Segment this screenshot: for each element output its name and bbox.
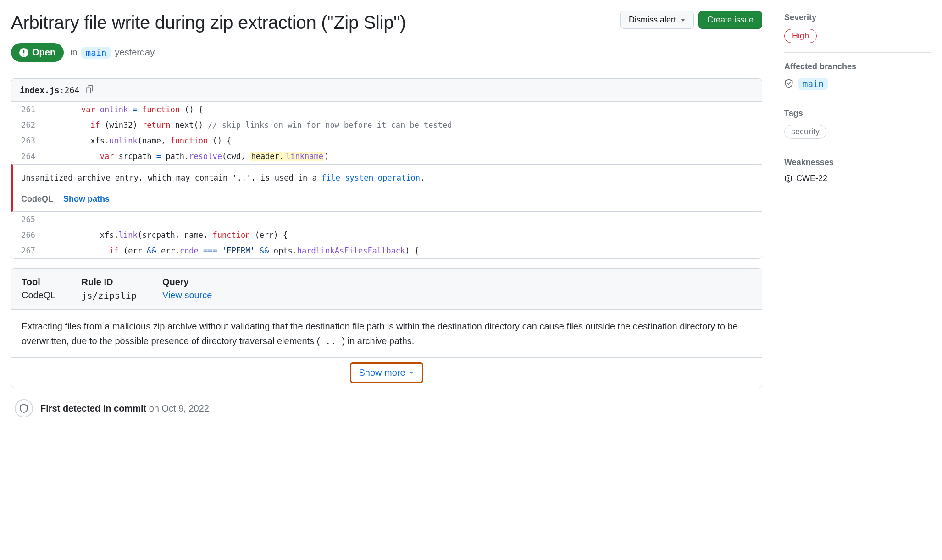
header-actions: Dismiss alert Create issue	[620, 11, 762, 29]
status-label: Open	[32, 47, 55, 58]
finding-tool: CodeQL	[21, 194, 53, 204]
finding-msg-post: .	[420, 173, 425, 182]
info-col-value: CodeQL	[22, 290, 56, 301]
info-col-value: js/zipslip	[82, 290, 137, 301]
shield-icon	[784, 175, 792, 183]
code-line: 266 xfs.link(srcpath, name, function (er…	[11, 227, 762, 243]
severity-label: Severity	[784, 13, 931, 22]
code-line: 264 var srcpath = path.resolve(cwd, head…	[11, 148, 762, 164]
file-header: index.js:264	[11, 79, 762, 102]
info-col-label: Query	[162, 277, 212, 287]
info-col: ToolCodeQL	[22, 277, 56, 301]
show-more-label: Show more	[359, 368, 405, 378]
severity-pill: High	[784, 29, 817, 43]
line-content	[44, 212, 762, 227]
file-name[interactable]: index.js	[20, 85, 60, 95]
line-content: var srcpath = path.resolve(cwd, header.l…	[44, 148, 762, 164]
branches-label: Affected branches	[784, 62, 931, 71]
show-more-button[interactable]: Show more	[352, 365, 421, 381]
line-number: 265	[11, 212, 44, 227]
line-number: 262	[11, 117, 44, 133]
info-col: QueryView source	[162, 277, 212, 301]
weaknesses-label: Weaknesses	[784, 158, 931, 167]
alert-title: Arbitrary file write during zip extracti…	[11, 11, 406, 34]
status-when: yesterday	[115, 47, 155, 58]
chevron-down-icon	[408, 370, 415, 376]
code-panel: index.js:264 261 var onlink = function (…	[11, 78, 762, 259]
shield-icon	[15, 399, 33, 417]
code-lines-after: 265266 xfs.link(srcpath, name, function …	[11, 212, 762, 258]
line-content: if (win32) return next() // skip links o…	[44, 117, 762, 133]
info-body: Extracting files from a malicious zip ar…	[11, 310, 762, 357]
line-content: if (err && err.code === 'EPERM' && opts.…	[44, 243, 762, 258]
chevron-down-icon	[681, 19, 685, 22]
file-line: 264	[65, 85, 80, 95]
code-line: 263 xfs.unlink(name, function () {	[11, 133, 762, 148]
tags-label: Tags	[784, 109, 931, 118]
branch-row: main	[784, 78, 931, 90]
timeline-rest: on Oct 9, 2022	[146, 403, 209, 413]
finding-box: Unsanitized archive entry, which may con…	[11, 164, 762, 212]
code-line: 265	[11, 212, 762, 227]
timeline-strong: First detected in commit	[40, 403, 146, 413]
line-content: xfs.unlink(name, function () {	[44, 133, 762, 148]
code-line: 261 var onlink = function () {	[11, 102, 762, 117]
check-shield-icon	[784, 79, 793, 89]
show-more-row: Show more	[11, 357, 762, 388]
code-lines-before: 261 var onlink = function () {262 if (wi…	[11, 102, 762, 164]
dismiss-alert-button[interactable]: Dismiss alert	[620, 11, 694, 29]
dismiss-alert-label: Dismiss alert	[629, 15, 676, 25]
line-number: 267	[11, 243, 44, 258]
timeline-item: First detected in commit on Oct 9, 2022	[11, 397, 762, 417]
status-open-pill: Open	[11, 43, 64, 62]
finding-msg-pre: Unsanitized archive entry, which may con…	[21, 173, 321, 182]
info-header: ToolCodeQLRule IDjs/zipslipQueryView sou…	[11, 269, 762, 310]
finding-msg-link[interactable]: file system operation	[321, 173, 420, 182]
info-col: Rule IDjs/zipslip	[82, 277, 137, 301]
sidebar: Severity High Affected branches main Tag…	[784, 11, 931, 417]
weakness-id: CWE-22	[796, 174, 827, 183]
alert-icon	[19, 48, 28, 57]
line-number: 264	[11, 148, 44, 164]
line-number: 266	[11, 227, 44, 243]
create-issue-button[interactable]: Create issue	[698, 11, 762, 29]
code-line: 262 if (win32) return next() // skip lin…	[11, 117, 762, 133]
line-number: 261	[11, 102, 44, 117]
info-panel: ToolCodeQLRule IDjs/zipslipQueryView sou…	[11, 268, 762, 388]
affected-branch-chip[interactable]: main	[798, 78, 828, 90]
status-in-text: in	[70, 47, 78, 58]
info-col-link[interactable]: View source	[162, 290, 212, 301]
tag-pill[interactable]: security	[784, 125, 826, 139]
line-content: xfs.link(srcpath, name, function (err) {	[44, 227, 762, 243]
status-branch-chip[interactable]: main	[81, 47, 111, 59]
info-col-label: Rule ID	[82, 277, 137, 287]
code-line: 267 if (err && err.code === 'EPERM' && o…	[11, 243, 762, 258]
copy-icon[interactable]	[86, 85, 94, 95]
svg-point-1	[788, 180, 788, 180]
line-content: var onlink = function () {	[44, 102, 762, 117]
status-row: Open in main yesterday	[11, 43, 762, 62]
line-number: 263	[11, 133, 44, 148]
info-col-label: Tool	[22, 277, 56, 287]
show-paths-link[interactable]: Show paths	[63, 194, 110, 204]
weakness-row[interactable]: CWE-22	[784, 174, 931, 183]
